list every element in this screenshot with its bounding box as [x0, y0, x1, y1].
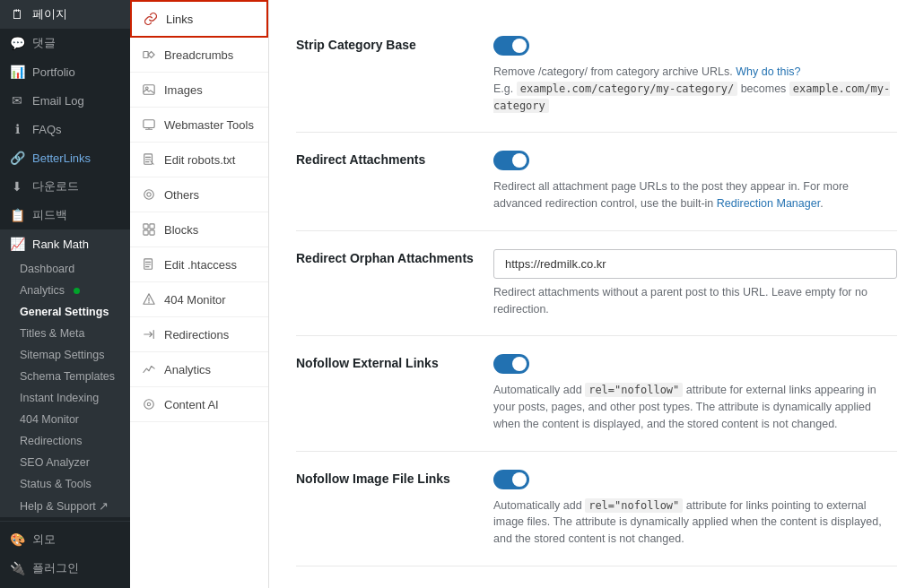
strip-category-base-label: Strip Category Base [296, 36, 475, 52]
404-monitor-icon [141, 291, 157, 307]
rm-sidebar-breadcrumbs[interactable]: Breadcrumbs [130, 38, 268, 73]
sidebar-item-betterlinks[interactable]: 🔗 BetterLinks [0, 143, 130, 172]
redirections-icon [141, 326, 157, 342]
edit-robots-icon [141, 151, 157, 168]
others-icon [141, 186, 157, 203]
breadcrumbs-icon [141, 47, 157, 63]
strip-category-base-control: Remove /category/ from category archive … [493, 36, 897, 114]
sidebar-item-email-log[interactable]: ✉ Email Log [0, 86, 130, 115]
nofollow-external-control: Automatically add rel="nofollow" attribu… [493, 354, 897, 432]
nofollow-external-label: Nofollow External Links [296, 354, 475, 370]
redirection-manager-link[interactable]: Redirection Manager [717, 197, 820, 210]
sidebar-item-appearance[interactable]: 🎨 외모 [0, 525, 130, 554]
submenu-dashboard[interactable]: Dashboard [0, 258, 130, 280]
nofollow-image-control: Automatically add rel="nofollow" attribu… [493, 470, 897, 548]
submenu-general-settings[interactable]: General Settings [0, 301, 130, 323]
rank-math-sidebar: Links Breadcrumbs Images Webmaster Tools… [130, 0, 269, 588]
submenu-analytics[interactable]: Analytics [0, 280, 130, 301]
comments-icon: 💬 [9, 35, 25, 51]
svg-point-2 [146, 87, 149, 90]
redirect-attachments-toggle[interactable] [493, 151, 529, 170]
submenu-instant-indexing[interactable]: Instant Indexing [0, 387, 130, 409]
feedback-icon: 📋 [9, 207, 25, 223]
sidebar-item-plugins[interactable]: 🔌 플러그인 [0, 554, 130, 583]
rm-sidebar-images[interactable]: Images [130, 73, 268, 108]
submenu-schema[interactable]: Schema Templates [0, 366, 130, 387]
why-do-this-link[interactable]: Why do this? [736, 65, 800, 78]
sidebar-item-download[interactable]: ⬇ 다운로드 [0, 172, 130, 201]
nofollow-image-toggle[interactable] [493, 470, 529, 489]
nofollow-external-toggle[interactable] [493, 354, 529, 374]
webmaster-tools-icon [141, 117, 157, 133]
svg-rect-8 [150, 224, 154, 229]
submenu-404[interactable]: 404 Monitor [0, 409, 130, 430]
sidebar-item-comments[interactable]: 💬 댓글 [0, 29, 130, 57]
rm-sidebar-others[interactable]: Others [130, 177, 268, 212]
rm-sidebar-edit-robots[interactable]: Edit robots.txt [130, 143, 268, 177]
nofollow-external-desc: Automatically add rel="nofollow" attribu… [493, 382, 897, 432]
rm-sidebar-webmaster-tools[interactable]: Webmaster Tools [130, 108, 268, 143]
svg-rect-1 [144, 85, 154, 95]
setting-nofollow-external: Nofollow External Links Automatically ad… [296, 336, 897, 451]
rm-sidebar-blocks[interactable]: Blocks [130, 212, 268, 247]
submenu-help-support[interactable]: Help & Support ↗ [0, 495, 130, 517]
sidebar-item-faqs[interactable]: ℹ FAQs [0, 115, 130, 143]
wp-admin-sidebar: 🗒 페이지 💬 댓글 📊 Portfolio ✉ Email Log ℹ FAQ… [0, 0, 130, 588]
images-icon [141, 82, 157, 98]
svg-point-6 [147, 193, 151, 196]
rm-sidebar-redirections[interactable]: Redirections [130, 317, 268, 352]
main-content: Strip Category Base Remove /category/ fr… [269, 0, 924, 588]
setting-redirect-orphan: Redirect Orphan Attachments Redirect att… [296, 231, 897, 337]
sidebar-item-feedback[interactable]: 📋 피드백 [0, 201, 130, 229]
example-before-code: example.com/category/my-category/ [517, 82, 737, 96]
sidebar-item-portfolio[interactable]: 📊 Portfolio [0, 57, 130, 86]
nofollow-image-desc: Automatically add rel="nofollow" attribu… [493, 497, 897, 548]
appearance-icon: 🎨 [9, 532, 25, 548]
setting-nofollow-image: Nofollow Image File Links Automatically … [296, 452, 897, 566]
sidebar-item-page[interactable]: 🗒 페이지 [0, 0, 130, 29]
links-icon [143, 11, 159, 27]
rank-math-icon: 📈 [9, 236, 25, 252]
sidebar-item-rank-math[interactable]: 📈 Rank Math [0, 229, 130, 258]
setting-strip-category-base: Strip Category Base Remove /category/ fr… [296, 18, 897, 133]
submenu-titles-meta[interactable]: Titles & Meta [0, 323, 130, 344]
email-icon: ✉ [9, 92, 25, 108]
analytics-icon [141, 361, 157, 377]
svg-point-12 [144, 400, 154, 410]
svg-rect-3 [144, 120, 154, 128]
analytics-dot [74, 288, 80, 294]
svg-rect-10 [150, 230, 154, 235]
nofollow-image-label: Nofollow Image File Links [296, 470, 475, 486]
plugins-icon: 🔌 [9, 560, 25, 576]
download-icon: ⬇ [9, 178, 25, 195]
svg-rect-7 [144, 224, 148, 229]
submenu-redirections[interactable]: Redirections [0, 430, 130, 452]
rm-sidebar-links[interactable]: Links [130, 0, 268, 38]
blocks-icon [141, 221, 157, 238]
strip-category-base-toggle[interactable] [493, 36, 529, 56]
sidebar-separator [0, 521, 130, 522]
rank-math-submenu: Dashboard Analytics General Settings Tit… [0, 258, 130, 517]
rm-sidebar-content-ai[interactable]: Content AI [130, 387, 268, 422]
rm-sidebar-analytics[interactable]: Analytics [130, 352, 268, 387]
submenu-seo-analyzer[interactable]: SEO Analyzer [0, 452, 130, 473]
submenu-sitemap[interactable]: Sitemap Settings [0, 344, 130, 366]
setting-redirect-attachments: Redirect Attachments Redirect all attach… [296, 133, 897, 231]
redirect-orphan-desc: Redirect attachments without a parent po… [493, 284, 897, 318]
rm-sidebar-404-monitor[interactable]: 404 Monitor [130, 282, 268, 317]
svg-point-5 [144, 190, 154, 200]
nofollow-image-code: rel="nofollow" [585, 498, 683, 513]
svg-rect-9 [144, 230, 148, 235]
rm-sidebar-edit-htaccess[interactable]: Edit .htaccess [130, 247, 268, 282]
redirect-orphan-input[interactable] [493, 249, 897, 279]
edit-htaccess-icon [141, 256, 157, 272]
submenu-status-tools[interactable]: Status & Tools [0, 473, 130, 495]
redirect-attachments-desc: Redirect all attachment page URLs to the… [493, 178, 897, 212]
page-icon: 🗒 [9, 6, 25, 22]
redirect-attachments-label: Redirect Attachments [296, 151, 475, 167]
redirect-orphan-label: Redirect Orphan Attachments [296, 249, 475, 265]
portfolio-icon: 📊 [9, 64, 25, 80]
betterlinks-icon: 🔗 [9, 150, 25, 166]
redirect-orphan-control: Redirect attachments without a parent po… [493, 249, 897, 318]
nofollow-code: rel="nofollow" [585, 383, 683, 397]
